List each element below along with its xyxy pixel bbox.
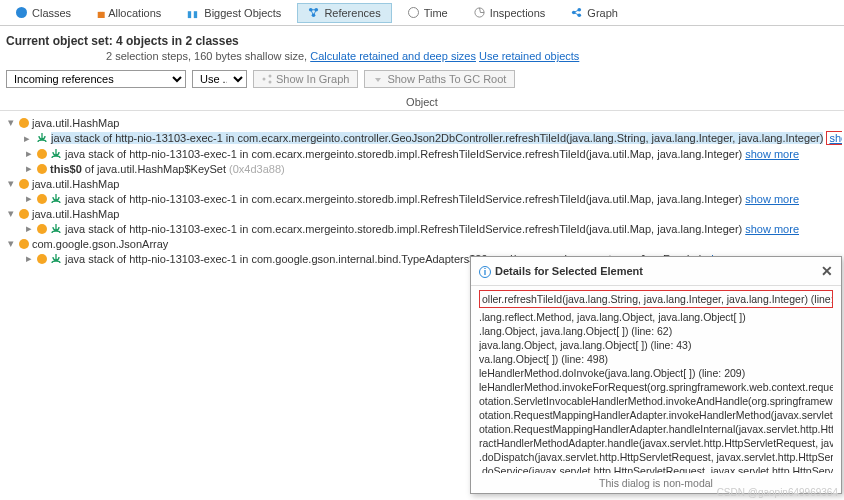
tab-label: Graph [587,7,618,19]
steps-text: 2 selection steps, 160 bytes shallow siz… [106,50,307,62]
expand-icon[interactable]: ▸ [24,132,30,145]
object-set-header: Current object set: 4 objects in 2 class… [0,26,844,64]
details-popup: iDetails for Selected Element ✕ oller.re… [470,256,842,270]
tab-label: References [324,7,380,19]
tab-biggest-objects[interactable]: Biggest Objects [177,4,291,22]
show-paths-gc-root-button[interactable]: Show Paths To GC Root [364,70,515,88]
tree-row[interactable]: ▸java stack of http-nio-13103-exec-1 in … [2,146,842,161]
tab-bar: Classes Allocations Biggest Objects Refe… [0,0,844,26]
btn-label: Show Paths To GC Root [387,73,506,85]
object-icon [37,194,47,204]
expand-icon[interactable]: ▸ [24,252,34,265]
reference-mode-select[interactable]: Incoming references [6,70,186,88]
show-more-link[interactable]: show more [745,223,799,235]
node-label: java.util.HashMap [32,117,119,129]
allocations-icon [97,7,103,19]
row-label: java stack of http-nio-13103-exec-1 in c… [65,193,742,205]
tab-inspections[interactable]: Inspections [464,4,556,22]
expand-icon[interactable]: ▸ [24,147,34,160]
show-more-link[interactable]: show more [745,193,799,205]
close-button[interactable]: ✕ [821,263,833,270]
gc-root-icon [36,132,48,144]
node-label: java.util.HashMap [32,178,119,190]
expand-icon[interactable]: ▸ [24,222,34,235]
tab-label: Classes [32,7,71,19]
object-tree: ▾java.util.HashMap ▸java stack of http-n… [0,111,844,270]
gc-root-icon [50,148,62,160]
classes-icon [16,7,27,18]
graph-icon [571,7,582,18]
title-prefix: Current object set: [6,34,113,48]
tree-row[interactable]: ▸java stack of http-nio-13103-exec-1 in … [2,191,842,206]
tree-row[interactable]: ▸java stack of http-nio-13103-exec-1 in … [2,221,842,236]
collapse-icon[interactable]: ▾ [6,177,16,190]
inspections-icon [474,7,485,18]
gc-root-icon [50,223,62,235]
tab-graph[interactable]: Graph [561,4,628,22]
use-retained-link[interactable]: Use retained objects [479,50,579,62]
time-icon [408,7,419,18]
row-label: java stack of http-nio-13103-exec-1 in c… [51,132,823,144]
popup-title: Details for Selected Element [495,265,643,271]
show-more-link[interactable]: show more [829,132,842,144]
tab-label: Allocations [108,7,161,19]
tab-references[interactable]: References [297,3,391,23]
title-value: 4 objects in 2 classes [116,34,239,48]
toolbar: Incoming references Use ... Show In Grap… [0,64,844,94]
collapse-icon[interactable]: ▾ [6,237,16,250]
gc-root-icon [50,193,62,205]
biggest-objects-icon [187,7,199,19]
tab-allocations[interactable]: Allocations [87,4,171,22]
row-label: of java.util.HashMap$KeySet [85,163,226,175]
tree-row[interactable]: ▸java stack of http-nio-13103-exec-1 in … [2,130,842,146]
tab-time[interactable]: Time [398,4,458,22]
object-icon [19,118,29,128]
row-label: java stack of http-nio-13103-exec-1 in c… [65,148,742,160]
use-select[interactable]: Use ... [192,70,247,88]
references-icon [308,7,319,18]
info-icon: i [479,266,491,271]
svg-point-8 [269,75,272,78]
collapse-icon[interactable]: ▾ [6,116,16,129]
object-icon [37,224,47,234]
tree-node[interactable]: ▾java.util.HashMap [2,206,842,221]
tree-node[interactable]: ▾java.util.HashMap [2,176,842,191]
tree-node[interactable]: ▾com.google.gson.JsonArray [2,236,842,251]
column-object: Object [406,96,438,108]
tab-classes[interactable]: Classes [6,4,81,22]
svg-point-7 [263,78,266,81]
collapse-icon[interactable]: ▾ [6,207,16,220]
tab-label: Inspections [490,7,546,19]
svg-point-9 [269,81,272,84]
gc-root-icon [50,253,62,265]
tree-node[interactable]: ▾java.util.HashMap [2,115,842,130]
node-label: com.google.gson.JsonArray [32,238,168,250]
object-icon [19,239,29,249]
table-header: Object [0,94,844,111]
field-name: this$0 [50,163,82,175]
show-in-graph-button[interactable]: Show In Graph [253,70,358,88]
tab-label: Time [424,7,448,19]
btn-label: Show In Graph [276,73,349,85]
expand-icon[interactable]: ▸ [24,162,34,175]
object-icon [37,254,47,264]
show-more-link[interactable]: show more [745,148,799,160]
tree-row[interactable]: ▸this$0 of java.util.HashMap$KeySet (0x4… [2,161,842,176]
object-hash: (0x4d3a88) [229,163,285,175]
row-label: java stack of http-nio-13103-exec-1 in c… [65,223,742,235]
object-icon [37,149,47,159]
node-label: java.util.HashMap [32,208,119,220]
expand-icon[interactable]: ▸ [24,192,34,205]
object-icon [19,179,29,189]
object-icon [19,209,29,219]
tab-label: Biggest Objects [204,7,281,19]
object-icon [37,164,47,174]
calculate-sizes-link[interactable]: Calculate retained and deep sizes [310,50,476,62]
